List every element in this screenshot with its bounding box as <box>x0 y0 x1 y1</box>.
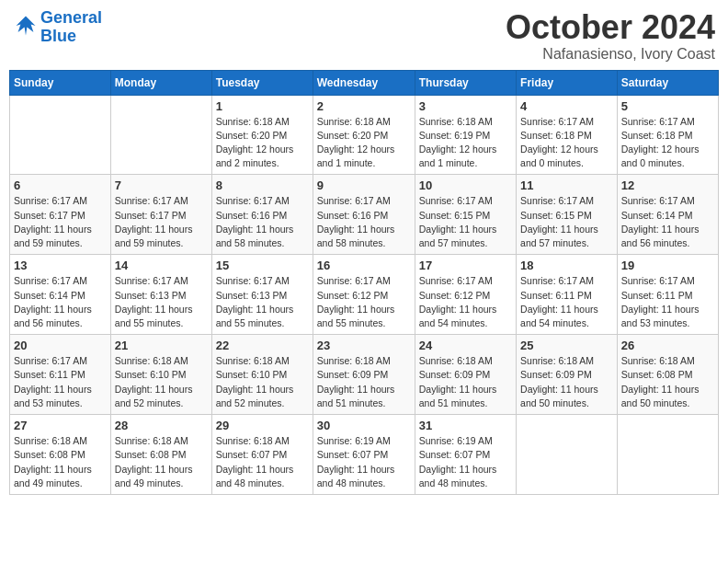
day-detail: Sunrise: 6:17 AM Sunset: 6:18 PM Dayligh… <box>520 115 613 171</box>
day-detail: Sunrise: 6:17 AM Sunset: 6:15 PM Dayligh… <box>520 194 613 250</box>
calendar-cell: 25Sunrise: 6:18 AM Sunset: 6:09 PM Dayli… <box>517 335 618 415</box>
calendar-cell: 19Sunrise: 6:17 AM Sunset: 6:11 PM Dayli… <box>617 255 718 335</box>
calendar-week-row: 13Sunrise: 6:17 AM Sunset: 6:14 PM Dayli… <box>10 255 719 335</box>
calendar-cell: 26Sunrise: 6:18 AM Sunset: 6:08 PM Dayli… <box>617 335 718 415</box>
day-detail: Sunrise: 6:17 AM Sunset: 6:14 PM Dayligh… <box>14 274 107 330</box>
calendar-cell: 14Sunrise: 6:17 AM Sunset: 6:13 PM Dayli… <box>110 255 211 335</box>
calendar-cell: 6Sunrise: 6:17 AM Sunset: 6:17 PM Daylig… <box>10 175 111 255</box>
day-detail: Sunrise: 6:18 AM Sunset: 6:09 PM Dayligh… <box>317 354 411 410</box>
day-number: 19 <box>621 259 714 272</box>
calendar-cell: 16Sunrise: 6:17 AM Sunset: 6:12 PM Dayli… <box>313 255 415 335</box>
day-number: 6 <box>14 178 107 192</box>
day-number: 15 <box>216 259 309 272</box>
calendar-cell: 29Sunrise: 6:18 AM Sunset: 6:07 PM Dayli… <box>211 415 313 495</box>
logo-text: GeneralBlue <box>40 9 102 46</box>
day-number: 27 <box>14 419 107 432</box>
calendar-cell: 30Sunrise: 6:19 AM Sunset: 6:07 PM Dayli… <box>313 415 415 495</box>
calendar-week-row: 6Sunrise: 6:17 AM Sunset: 6:17 PM Daylig… <box>10 175 719 255</box>
day-number: 17 <box>419 259 512 272</box>
day-detail: Sunrise: 6:17 AM Sunset: 6:18 PM Dayligh… <box>621 115 714 171</box>
day-number: 30 <box>317 419 411 432</box>
calendar-cell <box>617 415 718 495</box>
day-detail: Sunrise: 6:19 AM Sunset: 6:07 PM Dayligh… <box>317 434 411 490</box>
page-header: GeneralBlue October 2024 Nafanasienso, I… <box>9 9 719 63</box>
day-detail: Sunrise: 6:18 AM Sunset: 6:08 PM Dayligh… <box>14 434 107 490</box>
calendar-cell: 20Sunrise: 6:17 AM Sunset: 6:11 PM Dayli… <box>10 335 111 415</box>
day-number: 13 <box>14 259 107 272</box>
day-number: 12 <box>621 178 714 192</box>
day-number: 4 <box>520 99 613 113</box>
day-detail: Sunrise: 6:17 AM Sunset: 6:16 PM Dayligh… <box>216 194 309 250</box>
day-number: 31 <box>419 419 512 432</box>
day-number: 26 <box>621 339 714 352</box>
calendar-week-row: 1Sunrise: 6:18 AM Sunset: 6:20 PM Daylig… <box>10 95 719 175</box>
calendar-cell <box>110 95 211 175</box>
logo-icon <box>13 13 39 39</box>
calendar-week-row: 20Sunrise: 6:17 AM Sunset: 6:11 PM Dayli… <box>10 335 719 415</box>
weekday-header: Thursday <box>415 70 516 95</box>
location-title: Nafanasienso, Ivory Coast <box>506 46 715 63</box>
calendar-cell: 23Sunrise: 6:18 AM Sunset: 6:09 PM Dayli… <box>313 335 415 415</box>
calendar-cell <box>10 95 111 175</box>
day-detail: Sunrise: 6:17 AM Sunset: 6:16 PM Dayligh… <box>317 194 411 250</box>
day-detail: Sunrise: 6:18 AM Sunset: 6:20 PM Dayligh… <box>216 115 309 171</box>
day-number: 28 <box>115 419 208 432</box>
day-number: 18 <box>520 259 613 272</box>
day-number: 23 <box>317 339 411 352</box>
calendar-cell <box>517 415 618 495</box>
calendar-cell: 3Sunrise: 6:18 AM Sunset: 6:19 PM Daylig… <box>415 95 516 175</box>
day-number: 20 <box>14 339 107 352</box>
calendar-cell: 13Sunrise: 6:17 AM Sunset: 6:14 PM Dayli… <box>10 255 111 335</box>
day-detail: Sunrise: 6:17 AM Sunset: 6:11 PM Dayligh… <box>621 274 714 330</box>
day-number: 3 <box>419 99 512 113</box>
day-number: 7 <box>115 178 208 192</box>
day-detail: Sunrise: 6:18 AM Sunset: 6:07 PM Dayligh… <box>216 434 309 490</box>
day-number: 11 <box>520 178 613 192</box>
weekday-header: Sunday <box>10 70 111 95</box>
day-detail: Sunrise: 6:17 AM Sunset: 6:11 PM Dayligh… <box>14 354 107 410</box>
weekday-header: Friday <box>517 70 618 95</box>
day-number: 5 <box>621 99 714 113</box>
calendar-cell: 18Sunrise: 6:17 AM Sunset: 6:11 PM Dayli… <box>517 255 618 335</box>
calendar-cell: 11Sunrise: 6:17 AM Sunset: 6:15 PM Dayli… <box>517 175 618 255</box>
day-detail: Sunrise: 6:19 AM Sunset: 6:07 PM Dayligh… <box>419 434 512 490</box>
month-title: October 2024 <box>506 9 715 46</box>
day-number: 8 <box>216 178 309 192</box>
calendar-cell: 2Sunrise: 6:18 AM Sunset: 6:20 PM Daylig… <box>313 95 415 175</box>
calendar-cell: 22Sunrise: 6:18 AM Sunset: 6:10 PM Dayli… <box>211 335 313 415</box>
day-detail: Sunrise: 6:17 AM Sunset: 6:11 PM Dayligh… <box>520 274 613 330</box>
day-number: 25 <box>520 339 613 352</box>
day-detail: Sunrise: 6:17 AM Sunset: 6:14 PM Dayligh… <box>621 194 714 250</box>
day-detail: Sunrise: 6:18 AM Sunset: 6:08 PM Dayligh… <box>115 434 208 490</box>
day-detail: Sunrise: 6:18 AM Sunset: 6:09 PM Dayligh… <box>419 354 512 410</box>
calendar-cell: 9Sunrise: 6:17 AM Sunset: 6:16 PM Daylig… <box>313 175 415 255</box>
title-block: October 2024 Nafanasienso, Ivory Coast <box>506 9 715 63</box>
calendar-cell: 8Sunrise: 6:17 AM Sunset: 6:16 PM Daylig… <box>211 175 313 255</box>
day-detail: Sunrise: 6:18 AM Sunset: 6:20 PM Dayligh… <box>317 115 411 171</box>
calendar-cell: 4Sunrise: 6:17 AM Sunset: 6:18 PM Daylig… <box>517 95 618 175</box>
day-detail: Sunrise: 6:17 AM Sunset: 6:17 PM Dayligh… <box>14 194 107 250</box>
day-number: 1 <box>216 99 309 113</box>
weekday-header: Saturday <box>617 70 718 95</box>
day-number: 14 <box>115 259 208 272</box>
day-detail: Sunrise: 6:17 AM Sunset: 6:12 PM Dayligh… <box>419 274 512 330</box>
calendar-cell: 31Sunrise: 6:19 AM Sunset: 6:07 PM Dayli… <box>415 415 516 495</box>
calendar-cell: 7Sunrise: 6:17 AM Sunset: 6:17 PM Daylig… <box>110 175 211 255</box>
calendar-cell: 24Sunrise: 6:18 AM Sunset: 6:09 PM Dayli… <box>415 335 516 415</box>
calendar-cell: 21Sunrise: 6:18 AM Sunset: 6:10 PM Dayli… <box>110 335 211 415</box>
calendar-table: SundayMondayTuesdayWednesdayThursdayFrid… <box>9 70 719 495</box>
svg-marker-0 <box>17 16 36 35</box>
day-detail: Sunrise: 6:18 AM Sunset: 6:08 PM Dayligh… <box>621 354 714 410</box>
calendar-cell: 10Sunrise: 6:17 AM Sunset: 6:15 PM Dayli… <box>415 175 516 255</box>
day-detail: Sunrise: 6:17 AM Sunset: 6:13 PM Dayligh… <box>115 274 208 330</box>
day-number: 16 <box>317 259 411 272</box>
day-detail: Sunrise: 6:17 AM Sunset: 6:17 PM Dayligh… <box>115 194 208 250</box>
day-number: 10 <box>419 178 512 192</box>
calendar-cell: 17Sunrise: 6:17 AM Sunset: 6:12 PM Dayli… <box>415 255 516 335</box>
weekday-header: Monday <box>110 70 211 95</box>
day-number: 29 <box>216 419 309 432</box>
calendar-week-row: 27Sunrise: 6:18 AM Sunset: 6:08 PM Dayli… <box>10 415 719 495</box>
day-detail: Sunrise: 6:18 AM Sunset: 6:09 PM Dayligh… <box>520 354 613 410</box>
day-number: 22 <box>216 339 309 352</box>
weekday-header: Tuesday <box>211 70 313 95</box>
